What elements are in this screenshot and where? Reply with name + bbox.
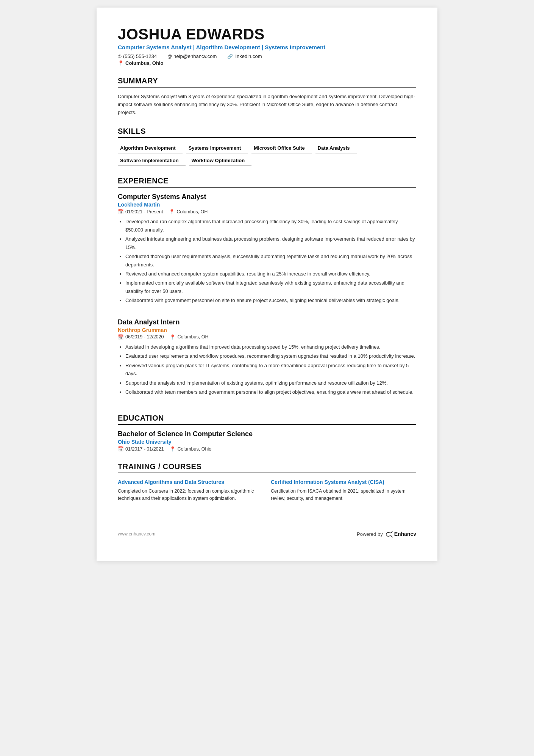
job-1-meta: 📅 01/2021 - Present 📍 Columbus, OH: [118, 209, 416, 214]
job-2-dates: 📅 06/2019 - 12/2020: [118, 334, 164, 340]
brand-name: Enhancv: [394, 531, 416, 537]
skill-data-analysis: Data Analysis: [315, 143, 357, 153]
experience-section: EXPERIENCE Computer Systems Analyst Lock…: [118, 177, 416, 403]
candidate-title: Computer Systems Analyst | Algorithm Dev…: [118, 44, 416, 50]
enhancv-logo: Enhancv: [385, 530, 416, 538]
skill-workflow-optimization: Workflow Optimization: [189, 156, 252, 166]
header: JOSHUA EDWARDS Computer Systems Analyst …: [118, 26, 416, 66]
bullet-item: Conducted thorough user requirements ana…: [125, 252, 416, 269]
summary-text: Computer Systems Analyst with 3 years of…: [118, 93, 416, 116]
linkedin-contact: 🔗 linkedin.com: [227, 53, 262, 59]
training-heading: TRAINING / COURSES: [118, 462, 416, 473]
email-value: help@enhancv.com: [173, 53, 217, 59]
job-1-title: Computer Systems Analyst: [118, 193, 416, 201]
bullet-item: Analyzed intricate engineering and busin…: [125, 235, 416, 251]
skills-row-1: Algorithm Development Systems Improvemen…: [118, 143, 416, 153]
email-icon: @: [167, 54, 172, 59]
calendar-icon: 📅: [118, 446, 124, 452]
footer-logo: Powered by Enhancv: [357, 530, 416, 538]
page-footer: www.enhancv.com Powered by Enhancv: [118, 525, 416, 538]
footer-website: www.enhancv.com: [118, 531, 155, 537]
linkedin-value: linkedin.com: [234, 53, 262, 59]
powered-by-text: Powered by: [357, 531, 383, 537]
skills-row-2: Software Implementation Workflow Optimiz…: [118, 156, 416, 166]
training-grid: Advanced Algorithms and Data Structures …: [118, 479, 416, 502]
edu-dates: 📅 01/2017 - 01/2021: [118, 446, 164, 452]
skill-software-implementation: Software Implementation: [118, 156, 186, 166]
job-1-location: 📍 Columbus, OH: [169, 209, 208, 214]
location-icon: 📍: [118, 60, 124, 66]
phone-icon: ✆: [118, 54, 122, 59]
location-row: 📍 Columbus, Ohio: [118, 60, 416, 66]
skills-section: SKILLS Algorithm Development Systems Imp…: [118, 127, 416, 166]
job-1-dates: 📅 01/2021 - Present: [118, 209, 163, 214]
bullet-item: Collaborated with government personnel o…: [125, 296, 416, 304]
edu-location: 📍 Columbus, Ohio: [170, 446, 211, 452]
job-1-company: Lockheed Martin: [118, 202, 416, 208]
training-title-1: Advanced Algorithms and Data Structures: [118, 479, 263, 485]
contact-row: ✆ (555) 555-1234 @ help@enhancv.com 🔗 li…: [118, 53, 416, 59]
training-title-2: Certified Information Systems Analyst (C…: [271, 479, 416, 485]
skill-algorithm-development: Algorithm Development: [118, 143, 183, 153]
location-icon: 📍: [170, 334, 176, 340]
summary-section: SUMMARY Computer Systems Analyst with 3 …: [118, 77, 416, 116]
bullet-item: Evaluated user requirements and workflow…: [125, 352, 416, 360]
skills-heading: SKILLS: [118, 127, 416, 138]
bullet-item: Reviewed various program plans for IT sy…: [125, 362, 416, 378]
training-section: TRAINING / COURSES Advanced Algorithms a…: [118, 462, 416, 502]
phone-value: (555) 555-1234: [123, 53, 157, 59]
location-icon: 📍: [169, 209, 175, 214]
edu-school: Ohio State University: [118, 439, 416, 445]
job-1-bullets: Developed and ran complex algorithms tha…: [118, 218, 416, 304]
job-2-bullets: Assisted in developing algorithms that i…: [118, 343, 416, 396]
job-1: Computer Systems Analyst Lockheed Martin…: [118, 193, 416, 312]
training-item-2: Certified Information Systems Analyst (C…: [271, 479, 416, 502]
edu-location-value: Columbus, Ohio: [177, 446, 211, 452]
enhancv-icon: [385, 530, 393, 538]
calendar-icon: 📅: [118, 334, 124, 340]
location-icon: 📍: [170, 446, 176, 452]
candidate-name: JOSHUA EDWARDS: [118, 26, 416, 42]
edu-degree: Bachelor of Science in Computer Science: [118, 430, 416, 438]
location-value: Columbus, Ohio: [125, 60, 163, 66]
link-icon: 🔗: [227, 54, 233, 59]
bullet-item: Implemented commercially available softw…: [125, 279, 416, 295]
job-2: Data Analyst Intern Northrop Grumman 📅 0…: [118, 318, 416, 404]
summary-heading: SUMMARY: [118, 77, 416, 88]
resume-page: JOSHUA EDWARDS Computer Systems Analyst …: [97, 8, 437, 561]
bullet-item: Collaborated with team members and gover…: [125, 388, 416, 396]
bullet-item: Supported the analysis and implementatio…: [125, 379, 416, 387]
job-2-title: Data Analyst Intern: [118, 318, 416, 326]
training-desc-1: Completed on Coursera in 2022; focused o…: [118, 488, 263, 502]
training-item-1: Advanced Algorithms and Data Structures …: [118, 479, 263, 502]
skills-grid: Algorithm Development Systems Improvemen…: [118, 143, 416, 166]
education-section: EDUCATION Bachelor of Science in Compute…: [118, 414, 416, 452]
experience-heading: EXPERIENCE: [118, 177, 416, 188]
job-2-location: 📍 Columbus, OH: [170, 334, 208, 340]
edu-dates-value: 01/2017 - 01/2021: [125, 446, 164, 452]
edu-meta: 📅 01/2017 - 01/2021 📍 Columbus, Ohio: [118, 446, 416, 452]
job-2-meta: 📅 06/2019 - 12/2020 📍 Columbus, OH: [118, 334, 416, 340]
job-2-company: Northrop Grumman: [118, 327, 416, 333]
education-heading: EDUCATION: [118, 414, 416, 425]
email-contact: @ help@enhancv.com: [167, 53, 217, 59]
phone-contact: ✆ (555) 555-1234: [118, 53, 157, 59]
bullet-item: Developed and ran complex algorithms tha…: [125, 218, 416, 234]
skill-systems-improvement: Systems Improvement: [186, 143, 248, 153]
bullet-item: Reviewed and enhanced computer system ca…: [125, 270, 416, 278]
skill-microsoft-office: Microsoft Office Suite: [251, 143, 311, 153]
calendar-icon: 📅: [118, 209, 124, 214]
bullet-item: Assisted in developing algorithms that i…: [125, 343, 416, 351]
training-desc-2: Certification from ISACA obtained in 202…: [271, 488, 416, 502]
